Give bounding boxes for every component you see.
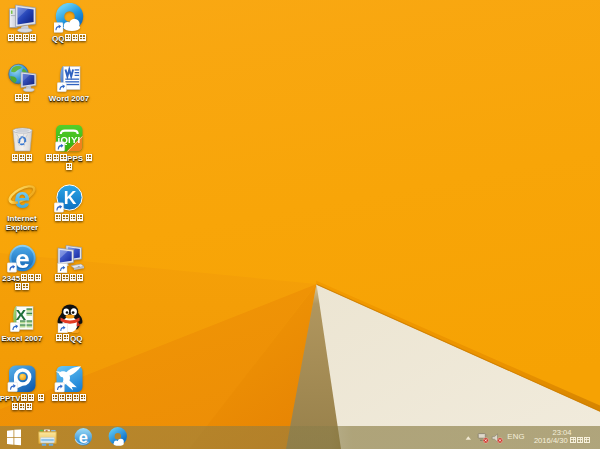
svg-text:X: X <box>16 306 27 323</box>
svg-text:K: K <box>64 188 77 208</box>
svg-text:e: e <box>14 183 30 213</box>
svg-text:e: e <box>15 244 29 274</box>
